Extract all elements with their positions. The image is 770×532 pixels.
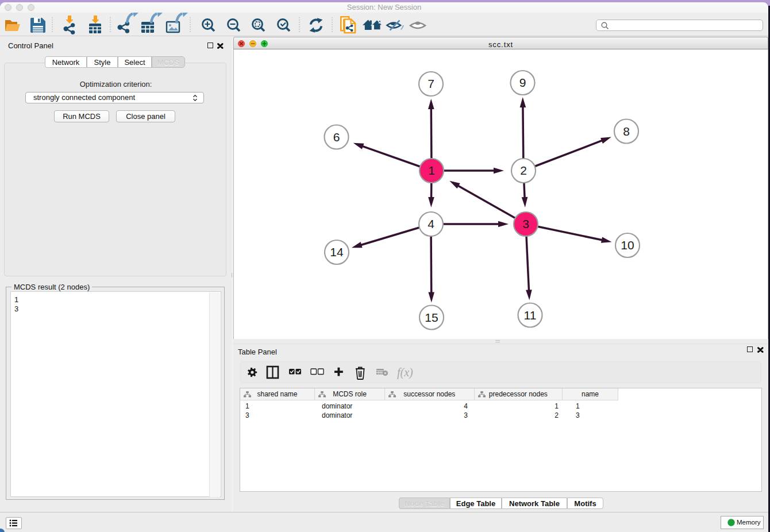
svg-text:3: 3 [522, 217, 529, 230]
svg-text:10: 10 [621, 238, 634, 252]
svg-text:8: 8 [623, 125, 630, 138]
svg-text:14: 14 [330, 245, 344, 259]
svg-text:9: 9 [519, 76, 526, 89]
svg-text:1: 1 [428, 164, 435, 177]
svg-text:11: 11 [524, 309, 537, 322]
svg-text:f(x): f(x) [397, 366, 413, 379]
svg-text:15: 15 [425, 311, 438, 324]
svg-text:4: 4 [428, 217, 434, 230]
svg-text:7: 7 [428, 77, 434, 90]
svg-text:6: 6 [333, 130, 340, 144]
svg-text:2: 2 [520, 164, 527, 177]
